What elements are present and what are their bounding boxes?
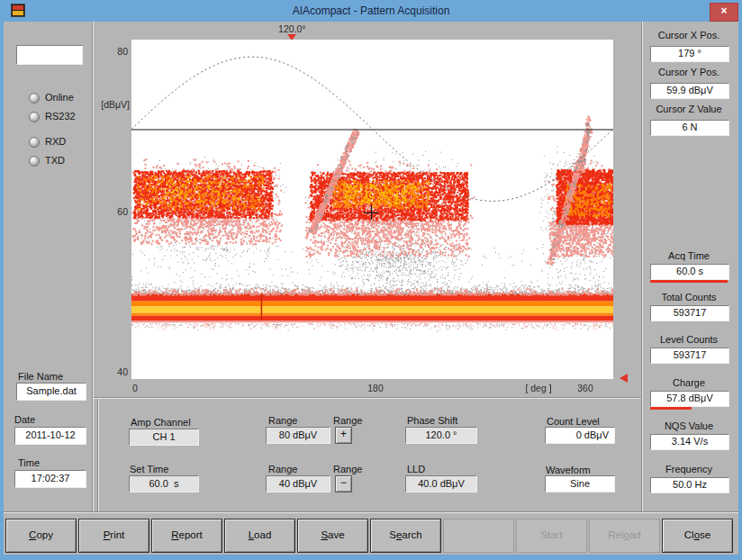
x-tick-360: 360 [563, 383, 608, 393]
range-up-label: Range [333, 415, 362, 426]
copy-button[interactable]: Copy [5, 519, 77, 553]
online-led-icon [29, 93, 40, 104]
report-button[interactable]: Report [151, 519, 222, 553]
waveform-field[interactable]: Sine [545, 475, 615, 492]
cursor-x-label: Cursor X Pos. [645, 30, 733, 41]
level-counts-field: 593717 [650, 348, 729, 364]
charge-label: Charge [645, 377, 733, 388]
range-up-button[interactable]: + [335, 427, 352, 444]
cursor-z-label: Cursor Z Value [645, 104, 733, 114]
phase-marker-label: 120.0° [270, 23, 313, 34]
close-button[interactable]: Close [662, 519, 733, 553]
range-bottom-field[interactable]: 40 dBμV [266, 475, 330, 492]
waveform-label: Waveform [546, 465, 591, 475]
range-down-button[interactable]: − [335, 475, 352, 492]
date-field: 2011-10-12 [14, 427, 86, 445]
y-axis-unit-label: [dBμV] [94, 99, 130, 110]
range-top-field[interactable]: 80 dBμV [266, 427, 330, 444]
time-field: 17:02:37 [14, 470, 86, 488]
close-icon[interactable]: × [710, 3, 738, 22]
acq-time-field: 60.0 s [650, 264, 729, 280]
set-time-field[interactable]: 60.0 s [129, 475, 199, 492]
frequency-field: 50.0 Hz [650, 477, 729, 493]
y-tick-80: 80 [94, 46, 128, 57]
level-marker-icon[interactable] [620, 374, 628, 383]
x-axis-unit-label: [ deg ] [516, 383, 561, 393]
right-panel-divider [641, 22, 643, 511]
charge-field: 57.8 dBμV [650, 391, 729, 407]
level-counts-label: Level Counts [645, 334, 733, 345]
pd-pattern-plot[interactable] [131, 40, 613, 379]
total-counts-label: Total Counts [645, 292, 733, 303]
controls-left-edge [97, 399, 99, 511]
y-tick-60: 60 [94, 206, 128, 217]
rxd-led-label: RXD [45, 136, 66, 147]
count-level-field[interactable]: 0 dBμV [545, 427, 615, 444]
load-button[interactable]: Load [224, 519, 295, 553]
frequency-label: Frequency [645, 464, 733, 474]
status-display-box [16, 45, 83, 65]
set-time-label: Set Time [130, 464, 168, 474]
rs232-led-icon [29, 112, 40, 122]
print-button[interactable]: Print [78, 519, 149, 553]
cursor-x-field: 179 ° [650, 46, 729, 62]
cursor-y-label: Cursor Y Pos. [645, 67, 733, 77]
txd-led-label: TXD [45, 155, 65, 166]
range-down-label: Range [333, 464, 362, 474]
start-button[interactable]: Start [516, 519, 587, 553]
button-spacer [443, 519, 514, 553]
charge-alert-underline [650, 407, 692, 410]
nqs-value-field: 3.14 V/s [650, 434, 729, 450]
file-name-field: Sample.dat [16, 383, 86, 401]
acq-time-alert-underline [650, 280, 728, 283]
cursor-z-field: 6 N [650, 120, 729, 136]
plot-controls-divider [94, 397, 641, 399]
total-counts-field: 593717 [650, 305, 729, 321]
x-tick-180: 180 [353, 383, 398, 393]
client-area: Online RS232 RXD TXD File Name Sample.da… [4, 22, 738, 555]
time-label: Time [18, 457, 40, 468]
phase-shift-label: Phase Shift [407, 415, 457, 426]
search-button[interactable]: Search [370, 519, 441, 553]
date-label: Date [14, 414, 35, 425]
app-window: AIAcompact - Pattern Acquisition × Onlin… [0, 0, 742, 560]
lld-field[interactable]: 40.0 dBμV [405, 475, 477, 492]
file-name-label: File Name [18, 371, 63, 382]
button-row-divider [4, 511, 738, 513]
online-led-label: Online [45, 92, 74, 103]
title-bar[interactable]: AIAcompact - Pattern Acquisition × [0, 0, 742, 22]
count-level-label: Count Level [547, 416, 600, 427]
window-title: AIAcompact - Pattern Acquisition [0, 5, 742, 17]
amp-channel-field[interactable]: CH 1 [129, 429, 199, 446]
acq-time-label: Acq Time [645, 250, 733, 261]
reload-button[interactable]: Reload [589, 519, 660, 553]
amp-channel-label: Amp Channel [131, 417, 191, 428]
x-tick-0: 0 [132, 383, 138, 393]
range-bottom-label: Range [268, 464, 297, 474]
y-tick-40: 40 [94, 366, 128, 377]
lld-label: LLD [407, 464, 425, 474]
txd-led-icon [29, 156, 40, 167]
cursor-y-field: 59.9 dBμV [650, 83, 729, 99]
save-button[interactable]: Save [297, 519, 368, 553]
rs232-led-label: RS232 [45, 111, 76, 122]
nqs-value-label: NQS Value [645, 420, 733, 431]
left-panel-divider [92, 22, 94, 511]
range-top-label: Range [268, 415, 297, 426]
rxd-led-icon [29, 137, 40, 148]
phase-shift-field[interactable]: 120.0 ° [405, 427, 477, 444]
